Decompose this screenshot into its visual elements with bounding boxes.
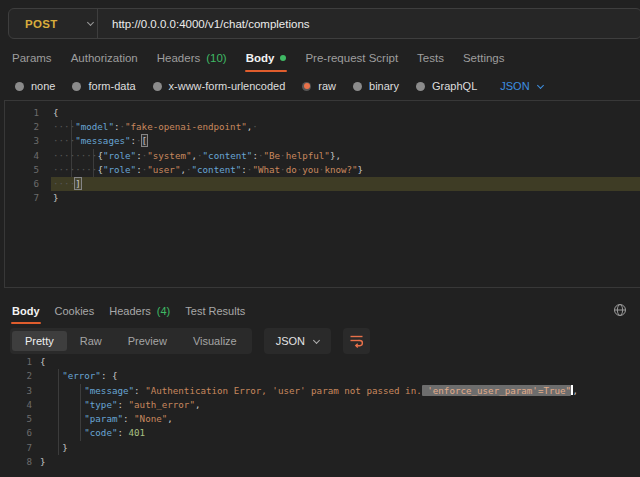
code-token: :· bbox=[252, 150, 263, 161]
request-tab-authorization[interactable]: Authorization bbox=[71, 52, 138, 64]
code-line[interactable]: 6 "code": 401 bbox=[0, 426, 640, 440]
request-body-editor[interactable]: 1{2····"model":·"fake-openai-endpoint",·… bbox=[4, 100, 640, 288]
code-token: "user" bbox=[147, 164, 180, 175]
code-line[interactable]: 5 "param": "None", bbox=[0, 412, 640, 426]
line-wrap-button[interactable] bbox=[343, 328, 370, 354]
code-line[interactable]: 6····] bbox=[5, 177, 640, 191]
radio-label: x-www-form-urlencoded bbox=[169, 80, 286, 92]
line-number: 6 bbox=[0, 426, 36, 440]
code-token: , bbox=[195, 399, 201, 410]
url-input[interactable]: http://0.0.0.0:4000/v1/chat/completions bbox=[112, 18, 310, 30]
code-line[interactable]: 4 "type": "auth_error", bbox=[0, 398, 640, 412]
response-tab-headers[interactable]: Headers(4) bbox=[109, 305, 170, 317]
code-line[interactable]: 1{ bbox=[5, 106, 640, 120]
code-token: :· bbox=[131, 135, 142, 146]
code-line[interactable]: 3 "message": "Authentication Error, 'use… bbox=[0, 384, 640, 398]
line-number: 4 bbox=[5, 149, 51, 163]
divider bbox=[97, 9, 98, 38]
radio-label: raw bbox=[318, 80, 336, 92]
globe-icon[interactable] bbox=[613, 303, 627, 317]
radio-icon bbox=[302, 82, 311, 91]
code-line[interactable]: 4········{"role":·"system",·"content":·"… bbox=[5, 149, 640, 163]
code-line[interactable]: 8} bbox=[0, 455, 640, 469]
request-tab-pre-request-script[interactable]: Pre-request Script bbox=[305, 52, 398, 64]
code-token: [ bbox=[142, 135, 148, 146]
line-content: ····"model":·"fake-openai-endpoint",· bbox=[51, 120, 640, 134]
code-token: , bbox=[573, 385, 579, 396]
code-token: "code" bbox=[84, 427, 117, 438]
line-number: 5 bbox=[5, 163, 51, 177]
tab-label: Body bbox=[12, 305, 40, 317]
code-token bbox=[40, 427, 84, 438]
line-content: ····"messages":·[ bbox=[51, 134, 640, 148]
line-content: } bbox=[36, 455, 640, 469]
request-tab-params[interactable]: Params bbox=[12, 52, 52, 64]
body-type-binary[interactable]: binary bbox=[353, 80, 399, 92]
code-token: } bbox=[53, 192, 59, 203]
line-number: 6 bbox=[5, 177, 51, 191]
view-tab-visualize[interactable]: Visualize bbox=[180, 331, 250, 351]
line-content: ········{"role":·"system",·"content":·"B… bbox=[51, 149, 640, 163]
code-token: } bbox=[40, 442, 68, 453]
line-number: 1 bbox=[0, 355, 36, 369]
request-tab-tests[interactable]: Tests bbox=[417, 52, 444, 64]
body-type-form-data[interactable]: form-data bbox=[72, 80, 135, 92]
response-tab-cookies[interactable]: Cookies bbox=[55, 305, 95, 317]
code-line[interactable]: 7 } bbox=[0, 441, 640, 455]
code-token: :· bbox=[136, 164, 147, 175]
whitespace-dot: · bbox=[319, 164, 325, 175]
code-token: : bbox=[134, 385, 145, 396]
method-label: POST bbox=[25, 18, 58, 30]
code-line[interactable]: 1{ bbox=[0, 355, 640, 369]
radio-label: none bbox=[31, 80, 55, 92]
body-type-graphql[interactable]: GraphQL bbox=[416, 80, 477, 92]
response-toolbar: PrettyRawPreviewVisualize JSON bbox=[10, 328, 370, 354]
code-token: ···· bbox=[53, 121, 75, 132]
raw-format-dropdown[interactable]: JSON bbox=[500, 80, 542, 92]
response-format-dropdown[interactable]: JSON bbox=[264, 328, 331, 354]
body-type-x-www-form-urlencoded[interactable]: x-www-form-urlencoded bbox=[153, 80, 286, 92]
response-body-editor[interactable]: 1{2 "error": {3 "message": "Authenticati… bbox=[0, 352, 640, 477]
line-content: "code": 401 bbox=[36, 426, 640, 440]
whitespace-dot: · bbox=[280, 150, 286, 161]
code-token bbox=[40, 370, 62, 381]
radio-icon bbox=[153, 82, 162, 91]
method-dropdown[interactable]: POST bbox=[9, 18, 97, 30]
code-line[interactable]: 2····"model":·"fake-openai-endpoint",· bbox=[5, 120, 640, 134]
whitespace-dot: · bbox=[297, 164, 303, 175]
tab-label: Headers bbox=[157, 52, 200, 64]
code-line[interactable]: 2 "error": { bbox=[0, 369, 640, 383]
view-tab-pretty[interactable]: Pretty bbox=[12, 331, 67, 351]
request-tab-headers[interactable]: Headers(10) bbox=[157, 52, 227, 64]
code-token: }, bbox=[330, 150, 341, 161]
view-tab-raw[interactable]: Raw bbox=[67, 331, 115, 351]
text-cursor-icon bbox=[81, 178, 83, 188]
unsaved-changes-dot-icon bbox=[280, 55, 286, 61]
view-tab-preview[interactable]: Preview bbox=[115, 331, 180, 351]
code-line[interactable]: 5········{"role":·"user",·"content":·"Wh… bbox=[5, 163, 640, 177]
selected-text: 'enforce_user_param'=True" bbox=[422, 385, 571, 396]
line-number: 3 bbox=[5, 134, 51, 148]
line-number: 7 bbox=[5, 191, 51, 205]
chevron-down-icon bbox=[313, 336, 320, 343]
code-token: "model" bbox=[75, 121, 114, 132]
raw-format-label: JSON bbox=[500, 80, 529, 92]
request-tab-settings[interactable]: Settings bbox=[463, 52, 505, 64]
whitespace-dot: · bbox=[280, 164, 286, 175]
code-token: "content" bbox=[203, 150, 253, 161]
tab-label: Headers bbox=[109, 305, 151, 317]
code-line[interactable]: 3····"messages":·[ bbox=[5, 134, 640, 148]
body-type-none[interactable]: none bbox=[15, 80, 55, 92]
request-tab-body[interactable]: Body bbox=[246, 52, 287, 64]
tab-label: Test Results bbox=[185, 305, 245, 317]
code-token: ········{ bbox=[53, 164, 103, 175]
code-line[interactable]: 7} bbox=[5, 191, 640, 205]
request-tabs: ParamsAuthorizationHeaders(10)BodyPre-re… bbox=[12, 49, 505, 67]
response-tab-test-results[interactable]: Test Results bbox=[185, 305, 245, 317]
body-type-raw[interactable]: raw bbox=[302, 80, 336, 92]
radio-label: GraphQL bbox=[432, 80, 477, 92]
line-content: "type": "auth_error", bbox=[36, 398, 640, 412]
code-token: "fake-openai-endpoint" bbox=[125, 121, 247, 132]
radio-label: binary bbox=[369, 80, 399, 92]
response-tab-body[interactable]: Body bbox=[12, 305, 40, 317]
